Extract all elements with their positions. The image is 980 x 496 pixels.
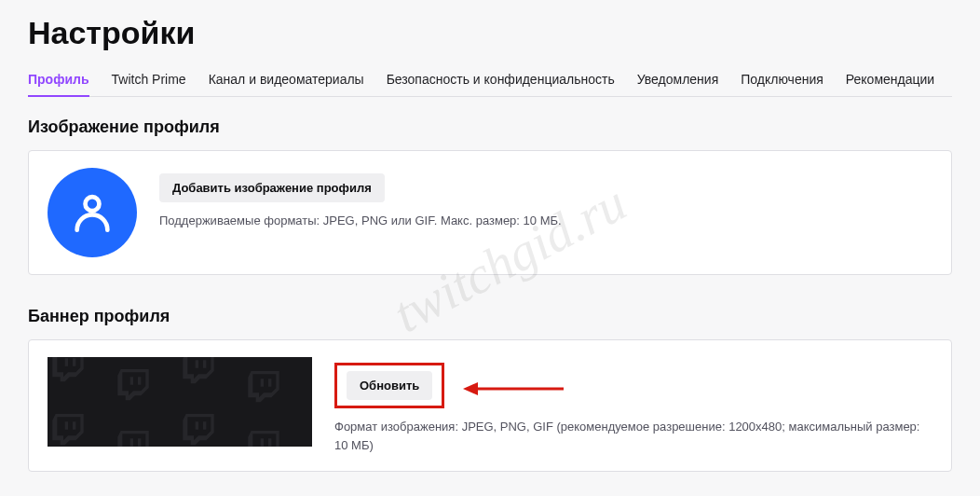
twitch-glitch-icon	[180, 357, 217, 385]
tab-recommendations[interactable]: Рекомендации	[846, 66, 934, 96]
annotation-arrow	[463, 379, 565, 402]
twitch-glitch-icon	[115, 426, 152, 447]
tab-notifications[interactable]: Уведомления	[637, 66, 719, 96]
tab-twitch-prime[interactable]: Twitch Prime	[112, 66, 186, 96]
add-profile-image-button[interactable]: Добавить изображение профиля	[159, 173, 385, 202]
profile-banner-card: Обновить Формат изображения: JPEG, PNG, …	[28, 339, 952, 472]
svg-marker-2	[463, 382, 478, 395]
page-title: Настройки	[28, 15, 952, 51]
twitch-glitch-icon	[49, 409, 87, 447]
profile-image-card: Добавить изображение профиля Поддерживае…	[28, 150, 952, 275]
update-banner-button[interactable]: Обновить	[347, 371, 432, 400]
person-icon	[66, 186, 118, 239]
tab-channel-videos[interactable]: Канал и видеоматериалы	[209, 66, 364, 96]
twitch-glitch-icon	[245, 366, 282, 404]
tab-security-privacy[interactable]: Безопасность и конфиденциальность	[387, 66, 615, 96]
twitch-glitch-icon	[115, 365, 152, 402]
twitch-glitch-icon	[49, 357, 87, 383]
profile-image-helper: Поддерживаемые форматы: JPEG, PNG или GI…	[159, 212, 932, 230]
annotation-highlight: Обновить	[334, 363, 444, 408]
section-title-profile-image: Изображение профиля	[28, 117, 952, 137]
section-title-profile-banner: Баннер профиля	[28, 307, 952, 326]
twitch-glitch-icon	[180, 409, 217, 447]
twitch-glitch-icon	[245, 426, 282, 447]
profile-banner-helper: Формат изображения: JPEG, PNG, GIF (реко…	[334, 418, 932, 454]
tab-profile[interactable]: Профиль	[28, 66, 89, 96]
tab-connections[interactable]: Подключения	[741, 66, 823, 96]
banner-preview	[48, 357, 312, 447]
avatar	[48, 168, 137, 257]
settings-tabs: Профиль Twitch Prime Канал и видеоматери…	[28, 66, 952, 97]
svg-point-0	[86, 197, 100, 211]
